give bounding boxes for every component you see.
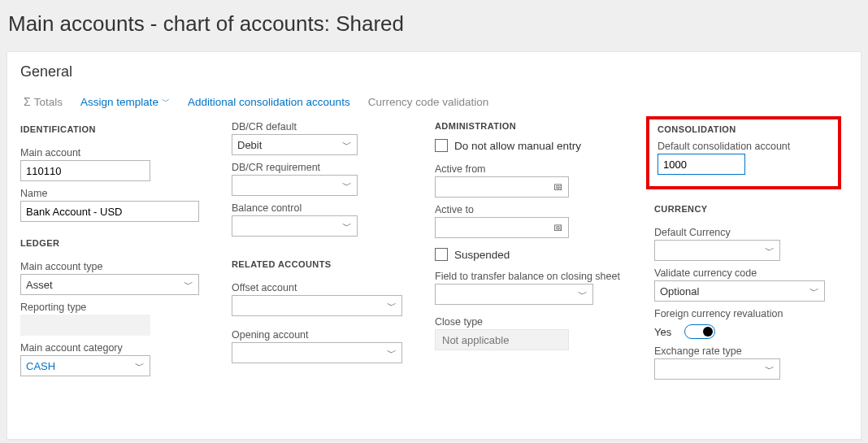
chevron-down-icon: ﹀ — [578, 288, 588, 302]
foreign-revaluation-toggle[interactable] — [684, 324, 715, 339]
exchange-rate-type-select[interactable]: ﹀ — [654, 358, 780, 380]
main-account-category-value: CASH — [26, 360, 135, 372]
default-consolidation-account-label: Default consolidation account — [658, 141, 830, 152]
chevron-down-icon: ﹀ — [809, 284, 819, 298]
offset-account-label: Offset account — [232, 282, 402, 293]
reporting-type-label: Reporting type — [20, 302, 199, 313]
main-account-input[interactable] — [20, 160, 150, 181]
main-account-label: Main account — [20, 147, 199, 159]
active-from-input[interactable]: 📅︎ — [435, 176, 569, 198]
page-title: Main accounts - chart of accounts: Share… — [0, 0, 868, 51]
column-1: IDENTIFICATION Main account Name LEDGER … — [20, 121, 199, 380]
ledger-section-label: LEDGER — [20, 238, 199, 248]
main-account-category-label: Main account category — [20, 342, 199, 354]
chevron-down-icon: ﹀ — [342, 219, 352, 233]
do-not-allow-manual-entry-row[interactable]: Do not allow manual entry — [435, 139, 622, 152]
chevron-down-icon: ﹀ — [342, 138, 352, 152]
column-2: DB/CR default Debit ﹀ DB/CR requirement … — [232, 121, 402, 380]
main-account-type-label: Main account type — [20, 261, 199, 272]
sigma-icon: Σ — [24, 95, 31, 108]
name-label: Name — [20, 188, 199, 199]
main-account-type-value: Asset — [26, 279, 184, 291]
dbcr-requirement-select[interactable]: ﹀ — [232, 175, 358, 196]
close-type-value: Not applicable — [435, 329, 569, 350]
transfer-balance-label: Field to transfer balance on closing she… — [435, 271, 622, 282]
chevron-down-icon: ﹀ — [162, 96, 170, 107]
default-currency-select[interactable]: ﹀ — [654, 240, 780, 261]
calendar-icon[interactable]: 📅︎ — [553, 181, 563, 193]
name-input[interactable] — [20, 201, 199, 222]
foreign-revaluation-value: Yes — [654, 326, 671, 338]
validate-currency-value: Optional — [660, 285, 809, 298]
active-to-input[interactable]: 📅︎ — [435, 217, 569, 238]
chevron-down-icon: ﹀ — [387, 299, 397, 313]
chevron-down-icon: ﹀ — [184, 278, 193, 292]
chevron-down-icon: ﹀ — [342, 179, 352, 193]
active-to-field[interactable] — [441, 222, 553, 234]
chevron-down-icon: ﹀ — [765, 244, 775, 258]
foreign-revaluation-label: Foreign currency revaluation — [654, 308, 833, 319]
column-3: ADMINISTRATION Do not allow manual entry… — [435, 121, 622, 380]
chevron-down-icon: ﹀ — [765, 363, 775, 376]
offset-account-select[interactable]: ﹀ — [232, 295, 402, 316]
chevron-down-icon: ﹀ — [387, 346, 397, 360]
totals-label: Totals — [34, 96, 63, 108]
validate-currency-select[interactable]: Optional ﹀ — [654, 280, 825, 302]
consolidation-highlight: CONSOLIDATION Default consolidation acco… — [646, 116, 841, 189]
panel-toolbar: Σ Totals Assign template ﹀ Additional co… — [20, 95, 848, 108]
identification-section-label: IDENTIFICATION — [20, 124, 199, 134]
close-type-label: Close type — [435, 316, 622, 328]
foreign-revaluation-row: Yes — [654, 324, 833, 339]
transfer-balance-select[interactable]: ﹀ — [435, 284, 593, 305]
default-currency-label: Default Currency — [654, 227, 833, 238]
balance-control-label: Balance control — [232, 202, 402, 214]
currency-section-label: CURRENCY — [654, 204, 833, 214]
additional-consolidation-button[interactable]: Additional consolidation accounts — [188, 96, 350, 108]
dbcr-default-select[interactable]: Debit ﹀ — [232, 134, 358, 155]
do-not-allow-checkbox[interactable] — [435, 139, 448, 152]
do-not-allow-label: Do not allow manual entry — [454, 140, 581, 152]
consolidation-section-label: CONSOLIDATION — [658, 124, 830, 134]
default-consolidation-account-field[interactable] — [663, 159, 740, 171]
opening-account-label: Opening account — [232, 329, 402, 341]
main-account-type-select[interactable]: Asset ﹀ — [20, 274, 199, 295]
general-panel: General Σ Totals Assign template ﹀ Addit… — [7, 51, 861, 440]
assign-template-label: Assign template — [80, 96, 158, 108]
administration-section-label: ADMINISTRATION — [435, 121, 622, 131]
exchange-rate-type-label: Exchange rate type — [654, 345, 833, 357]
dbcr-default-value: Debit — [237, 139, 342, 151]
default-consolidation-account-input[interactable] — [658, 154, 745, 175]
main-account-field[interactable] — [26, 165, 145, 177]
balance-control-select[interactable]: ﹀ — [232, 215, 358, 237]
dbcr-default-label: DB/CR default — [232, 121, 402, 132]
calendar-icon[interactable]: 📅︎ — [553, 222, 563, 233]
related-accounts-section-label: RELATED ACCOUNTS — [232, 259, 402, 269]
currency-code-validation-button[interactable]: Currency code validation — [368, 96, 489, 108]
main-account-category-select[interactable]: CASH ﹀ — [20, 355, 150, 376]
name-field[interactable] — [26, 206, 193, 218]
assign-template-button[interactable]: Assign template ﹀ — [80, 96, 170, 108]
validate-currency-label: Validate currency code — [654, 267, 833, 279]
suspended-checkbox[interactable] — [435, 248, 448, 261]
suspended-label: Suspended — [454, 249, 510, 261]
chevron-down-icon: ﹀ — [135, 359, 145, 373]
panel-heading: General — [20, 63, 848, 80]
opening-account-select[interactable]: ﹀ — [232, 342, 402, 363]
reporting-type-input[interactable] — [20, 315, 150, 336]
dbcr-requirement-label: DB/CR requirement — [232, 162, 402, 173]
suspended-row[interactable]: Suspended — [435, 248, 622, 261]
active-to-label: Active to — [435, 204, 622, 215]
active-from-field[interactable] — [441, 181, 553, 193]
form-columns: IDENTIFICATION Main account Name LEDGER … — [20, 121, 848, 380]
totals-button[interactable]: Σ Totals — [24, 95, 63, 108]
toggle-knob-icon — [703, 327, 713, 337]
active-from-label: Active from — [435, 163, 622, 175]
column-4: CONSOLIDATION Default consolidation acco… — [654, 121, 833, 380]
